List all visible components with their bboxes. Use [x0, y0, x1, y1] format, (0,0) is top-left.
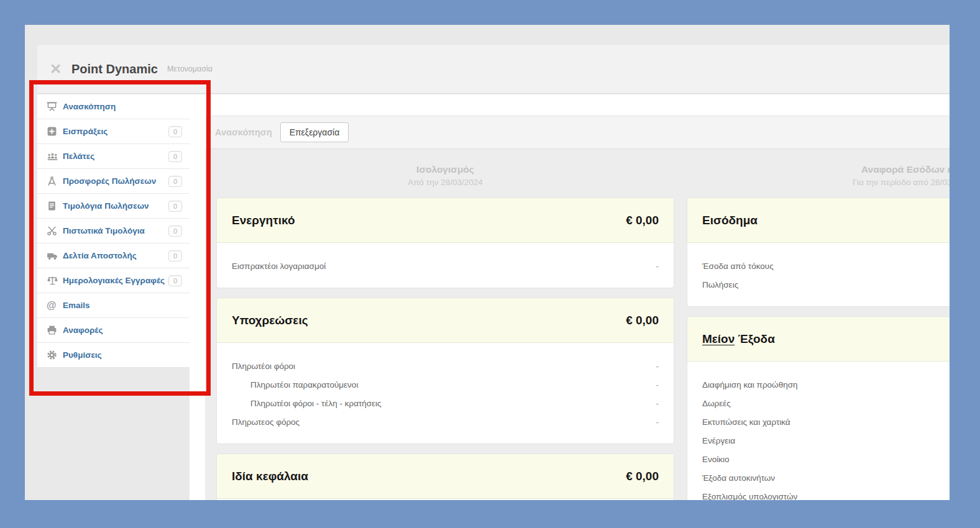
count-badge: 0: [168, 275, 182, 286]
desktop: { "header": { "close_glyph": "✕", "title…: [0, 0, 980, 528]
sidebar-item-journal-entries[interactable]: Ημερολογιακές Εγγραφές0: [37, 268, 190, 293]
income-statement-header: Αναφορά Εσόδων και Ε Για την περίοδο από…: [687, 164, 950, 187]
report-row: Έξοδα αυτοκινήτων: [702, 468, 950, 487]
sidebar-item-emails[interactable]: @Emails: [37, 293, 190, 318]
sidebar-item-label: Αναφορές: [63, 325, 182, 335]
count-badge: 0: [168, 201, 182, 212]
report-row: Έσοδα από τόκους: [702, 257, 950, 275]
report-row: Πωλήσεις: [702, 275, 950, 294]
report-row-label: Έξοδα αυτοκινήτων: [702, 473, 775, 483]
sidebar-item-label: Ημερολογιακές Εγγραφές: [63, 276, 168, 285]
report-row-value: -: [656, 380, 659, 389]
sidebar: ΑνασκόπησηΕισπράξεις0Πελάτες0Προσφορές Π…: [37, 94, 190, 368]
sidebar-item-credit-invoices[interactable]: Πιστωτικά Τιμολόγια0: [37, 219, 190, 244]
assets-card-header: Ενεργητικό€ 0,00: [217, 198, 674, 243]
assets-card-title: Ενεργητικό: [232, 214, 295, 227]
report-row: Πληρωτέοι φόροι-: [232, 357, 659, 375]
income-card: ΕισόδημαΈσοδα από τόκουςΠωλήσεις: [687, 198, 950, 307]
app-header: ✕ Point Dynamic Μετονομασία: [37, 45, 950, 94]
report-row: Πληρωτέοι παρακρατούμενοι-: [232, 375, 659, 394]
company-title: Point Dynamic: [71, 62, 158, 76]
compass-icon: [47, 176, 63, 186]
sidebar-item-receipts[interactable]: Εισπράξεις0: [37, 119, 190, 144]
report-row-label: Εισπρακτέοι λογαριασμοί: [232, 262, 326, 271]
printer-icon: [47, 325, 63, 335]
sidebar-item-overview[interactable]: Ανασκόπηση: [37, 94, 190, 119]
sidebar-item-sales-offers[interactable]: Προσφορές Πωλήσεων0: [37, 169, 190, 194]
report-row-label: Πληρωτεος φόρος: [232, 417, 300, 427]
report-row-label: Εξοπλισμός υπολογιστών: [702, 492, 797, 501]
equity-card: Ιδία κεφάλαια€ 0,00: [216, 453, 674, 500]
report-row: Δωρεές: [702, 394, 950, 412]
income-card-header: Εισόδημα: [687, 198, 950, 243]
gear-icon: [47, 350, 63, 360]
count-badge: 0: [168, 151, 182, 162]
liabilities-card-amount: € 0,00: [626, 314, 659, 327]
sidebar-item-label: Τιμολόγια Πωλήσεων: [63, 201, 168, 211]
sidebar-item-label: Δελτία Αποστολής: [63, 251, 168, 260]
report-row-label: Έσοδα από τόκους: [702, 262, 774, 271]
income-statement-subtitle: Για την περίοδο από 28/03/2024 έ: [687, 178, 950, 187]
liabilities-card: Υποχρεώσεις€ 0,00Πληρωτέοι φόροι-Πληρωτέ…: [216, 298, 674, 444]
report-row-value: -: [656, 417, 659, 427]
report-row-value: -: [656, 399, 659, 408]
sidebar-item-delivery-notes[interactable]: Δελτία Αποστολής0: [37, 244, 190, 268]
sidebar-item-reports[interactable]: Αναφορές: [37, 318, 190, 343]
balance-sheet-subtitle: Από την 28/03/2024: [216, 178, 674, 187]
report-row-value: -: [656, 362, 659, 371]
at-icon: @: [47, 300, 63, 311]
report-row-label: Πληρωτέοι παρακρατούμενοι: [232, 380, 358, 389]
assets-card-body: Εισπρακτέοι λογαριασμοί-: [217, 243, 674, 288]
report-row: Ενέργεια: [702, 431, 950, 450]
tab-strip: Ανασκόπηση Επεξεργασία: [205, 116, 950, 149]
report-row-label: Ενέργεια: [702, 436, 735, 445]
sidebar-item-label: Πελάτες: [63, 152, 168, 161]
report-row: Διαφήμιση και προώθηση: [702, 375, 950, 394]
balance-sheet-column: Ενεργητικό€ 0,00Εισπρακτέοι λογαριασμοί-…: [216, 198, 674, 500]
plus-square-icon: [47, 126, 63, 137]
income-statement-column: ΕισόδημαΈσοδα από τόκουςΠωλήσειςΜείον Έξ…: [687, 198, 950, 500]
report-row: Ενοίκιο: [702, 450, 950, 468]
content-area: Ισολογισμός Από την 28/03/2024 Αναφορά Ε…: [205, 149, 950, 500]
report-row: Πληρωτέοι φόροι - τέλη - κρατήσεις-: [232, 394, 659, 412]
balance-sheet-header: Ισολογισμός Από την 28/03/2024: [216, 164, 674, 187]
report-row-label: Πληρωτέοι φόροι - τέλη - κρατήσεις: [232, 399, 382, 408]
sidebar-item-customers[interactable]: Πελάτες0: [37, 144, 190, 169]
income-card-title: Εισόδημα: [702, 214, 758, 227]
sidebar-item-label: Προσφορές Πωλήσεων: [63, 176, 168, 186]
income-card-body: Έσοδα από τόκουςΠωλήσεις: [687, 243, 950, 306]
equity-card-body: [217, 499, 674, 500]
assets-card: Ενεργητικό€ 0,00Εισπρακτέοι λογαριασμοί-: [216, 198, 674, 288]
count-badge: 0: [168, 176, 182, 187]
report-row: Εκτυπώσεις και χαρτικά: [702, 412, 950, 431]
tab-overview[interactable]: Ανασκόπηση: [215, 127, 272, 137]
liabilities-card-body: Πληρωτέοι φόροι-Πληρωτέοι παρακρατούμενο…: [217, 343, 674, 444]
balance-sheet-title: Ισολογισμός: [216, 164, 674, 175]
expenses-card-body: Διαφήμιση και προώθησηΔωρεέςΕκτυπώσεις κ…: [687, 362, 950, 500]
sidebar-item-settings[interactable]: Ρυθμίσεις: [37, 343, 190, 368]
report-row-label: Εκτυπώσεις και χαρτικά: [702, 417, 790, 427]
sidebar-item-label: Ανασκόπηση: [63, 102, 182, 111]
sidebar-item-label: Εισπράξεις: [63, 127, 168, 136]
expenses-card-header: Μείον Έξοδα: [687, 317, 950, 362]
presentation-icon: [47, 101, 63, 112]
sidebar-item-sales-invoices[interactable]: Τιμολόγια Πωλήσεων0: [37, 194, 190, 219]
liabilities-card-header: Υποχρεώσεις€ 0,00: [217, 298, 674, 343]
report-row: Εισπρακτέοι λογαριασμοί-: [232, 257, 659, 275]
income-statement-title: Αναφορά Εσόδων και Ε: [687, 164, 950, 175]
truck-icon: [47, 250, 63, 261]
report-row-label: Διαφήμιση και προώθηση: [702, 380, 798, 389]
sidebar-item-label: Emails: [63, 301, 182, 310]
report-row-label: Πωλήσεις: [702, 280, 738, 289]
count-badge: 0: [168, 250, 182, 262]
customers-icon: [47, 151, 63, 162]
rename-action[interactable]: Μετονομασία: [167, 65, 213, 73]
edit-button[interactable]: Επεξεργασία: [280, 122, 349, 142]
sidebar-item-label: Πιστωτικά Τιμολόγια: [63, 226, 168, 235]
invoice-icon: [47, 201, 63, 211]
report-row: Εξοπλισμός υπολογιστών: [702, 487, 950, 500]
report-row: Πληρωτεος φόρος-: [232, 412, 659, 431]
assets-card-amount: € 0,00: [626, 214, 659, 227]
sidebar-item-label: Ρυθμίσεις: [63, 350, 182, 360]
close-icon[interactable]: ✕: [50, 62, 63, 76]
